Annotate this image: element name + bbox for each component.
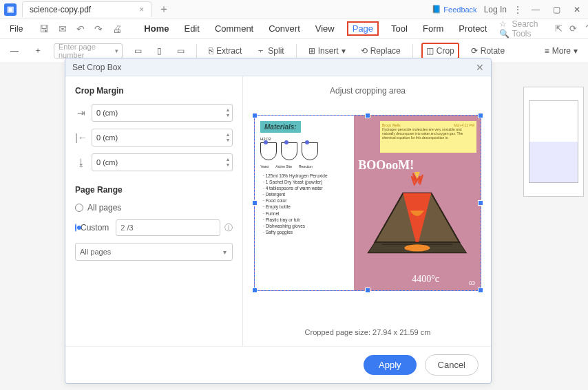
title-bar: ▣ science-copy.pdf × ＋ 📘 Feedback Log In… — [0, 0, 588, 19]
crop-handle[interactable] — [478, 288, 483, 293]
boom-text: BOOooM! — [358, 158, 414, 173]
flask-icon — [281, 142, 297, 160]
flask-icon — [302, 142, 318, 160]
crop-area[interactable]: Materials: H2O2 Yeast Active Site Reacti… — [254, 115, 481, 291]
crop-handle[interactable] — [478, 113, 483, 118]
menu-protect[interactable]: Protect — [456, 22, 490, 35]
flask-icon — [260, 142, 277, 160]
margin-top-icon: ⇥ — [75, 107, 87, 118]
cancel-button[interactable]: Cancel — [425, 354, 479, 376]
svg-point-1 — [405, 244, 430, 251]
crop-settings-pane: Crop Margin ⇥ 0 (cm)▴▾ |← 0 (cm)▴▾ ⭳ 0 (… — [65, 76, 243, 346]
redo-icon[interactable]: ↷ — [94, 23, 103, 34]
document-tab[interactable]: science-copy.pdf × — [22, 1, 151, 17]
maximize-button[interactable]: ▢ — [549, 5, 563, 14]
layout-icon-1[interactable]: ▭ — [131, 44, 145, 58]
undo-icon[interactable]: ↶ — [76, 23, 85, 34]
menu-bar: File 🖫 ✉ ↶ ↷ 🖨 Home Edit Comment Convert… — [0, 19, 588, 39]
crop-margin-title: Crop Margin — [75, 86, 233, 96]
sticky-note: Brook WellsMon 4:11 PM Hydrogen peroxide… — [380, 121, 476, 153]
crop-modal: Set Crop Box ✕ Crop Margin ⇥ 0 (cm)▴▾ |←… — [65, 58, 492, 384]
login-link[interactable]: Log In — [484, 5, 507, 14]
radio-all-pages[interactable]: All pages — [75, 203, 233, 213]
menu-home[interactable]: Home — [141, 22, 171, 35]
crop-handle[interactable] — [365, 288, 370, 293]
expand-icon[interactable]: ⌃ — [584, 23, 588, 34]
modal-title: Set Crop Box — [72, 63, 121, 72]
radio-icon — [75, 204, 83, 212]
menu-form[interactable]: Form — [420, 22, 446, 35]
materials-heading: Materials: — [260, 121, 301, 133]
adjust-label: Adjust cropping area — [254, 86, 481, 96]
insert-button[interactable]: ⊞ Insert ▾ — [305, 44, 349, 58]
menu-tool[interactable]: Tool — [388, 22, 410, 35]
page-number-label: 03 — [469, 280, 475, 286]
page-thumbnail[interactable] — [523, 87, 584, 197]
margin-top-input[interactable]: 0 (cm)▴▾ — [92, 104, 233, 122]
save-icon[interactable]: 🖫 — [39, 23, 49, 34]
margin-bottom-icon: ⭳ — [75, 157, 87, 168]
replace-button[interactable]: ⟲ Replace — [357, 44, 404, 58]
print-icon[interactable]: 🖨 — [112, 23, 122, 34]
new-tab-button[interactable]: ＋ — [158, 2, 169, 17]
layout-icon-2[interactable]: ▯ — [154, 44, 165, 58]
custom-range-input[interactable] — [116, 219, 220, 236]
menu-file[interactable]: File — [7, 23, 25, 35]
apply-button[interactable]: Apply — [364, 355, 417, 375]
modal-close-button[interactable]: ✕ — [476, 62, 484, 73]
margin-bottom-input[interactable]: 0 (cm)▴▾ — [92, 153, 233, 171]
crop-size-label: Cropped page size: 27.94 x 21.59 cm — [254, 328, 481, 336]
radio-custom[interactable]: Custom ⓘ — [75, 219, 233, 236]
page-preview-left: Materials: H2O2 Yeast Active Site Reacti… — [255, 116, 354, 290]
rotate-button[interactable]: ⟳ Rotate — [468, 44, 508, 58]
temperature-label: 4400°c — [412, 274, 439, 285]
more-button[interactable]: ≡ More ▾ — [541, 44, 581, 58]
crop-handle[interactable] — [252, 288, 258, 293]
extract-button[interactable]: ⎘ Extract — [205, 44, 245, 58]
crop-handle[interactable] — [252, 113, 258, 118]
menu-view[interactable]: View — [313, 22, 337, 35]
radio-icon-on — [75, 224, 76, 232]
page-range-select[interactable]: All pages — [75, 243, 233, 261]
more-icon[interactable]: ⋮ — [514, 5, 522, 14]
crop-handle[interactable] — [365, 113, 370, 118]
menu-convert[interactable]: Convert — [266, 22, 303, 35]
volcano-illustration — [361, 172, 474, 257]
share-icon[interactable]: ⇱ — [555, 23, 563, 34]
mail-icon[interactable]: ✉ — [59, 23, 67, 34]
crop-handle[interactable] — [252, 200, 258, 206]
margin-left-icon: |← — [75, 132, 87, 143]
page-range-title: Page Range — [75, 185, 233, 195]
app-icon: ▣ — [4, 3, 17, 16]
zoom-in-button[interactable]: ＋ — [30, 43, 45, 58]
cloud-icon[interactable]: ⟳ — [569, 23, 577, 34]
menu-comment[interactable]: Comment — [212, 22, 256, 35]
split-button[interactable]: ⫟ Split — [253, 44, 287, 58]
menu-page[interactable]: Page — [347, 21, 379, 36]
crop-button[interactable]: ◫ Crop — [421, 43, 459, 59]
zoom-out-button[interactable]: — — [7, 44, 22, 58]
modal-header: Set Crop Box ✕ — [65, 58, 491, 76]
search-tools-input[interactable]: ☆ 🔍 Search Tools — [499, 19, 538, 39]
layout-icon-3[interactable]: ▭ — [174, 44, 188, 58]
preview-pane: Adjust cropping area Materials: H2O2 Yea… — [243, 76, 491, 346]
info-icon[interactable]: ⓘ — [224, 222, 233, 234]
margin-left-input[interactable]: 0 (cm)▴▾ — [92, 129, 233, 147]
tab-title: science-copy.pdf — [30, 5, 91, 14]
feedback-link[interactable]: 📘 Feedback — [432, 5, 476, 14]
crop-handle[interactable] — [478, 200, 483, 206]
window-close-button[interactable]: ✕ — [570, 5, 584, 14]
modal-footer: Apply Cancel — [65, 346, 491, 383]
page-number-input[interactable]: Enter page number — [54, 43, 123, 58]
minimize-button[interactable]: — — [529, 5, 543, 14]
tab-close-icon[interactable]: × — [139, 5, 144, 14]
page-preview-right: Brook WellsMon 4:11 PM Hydrogen peroxide… — [354, 116, 481, 290]
materials-list: 125ml 10% Hydrogen Peroxide1 Sachet Dry … — [260, 173, 348, 235]
menu-edit[interactable]: Edit — [181, 22, 202, 35]
